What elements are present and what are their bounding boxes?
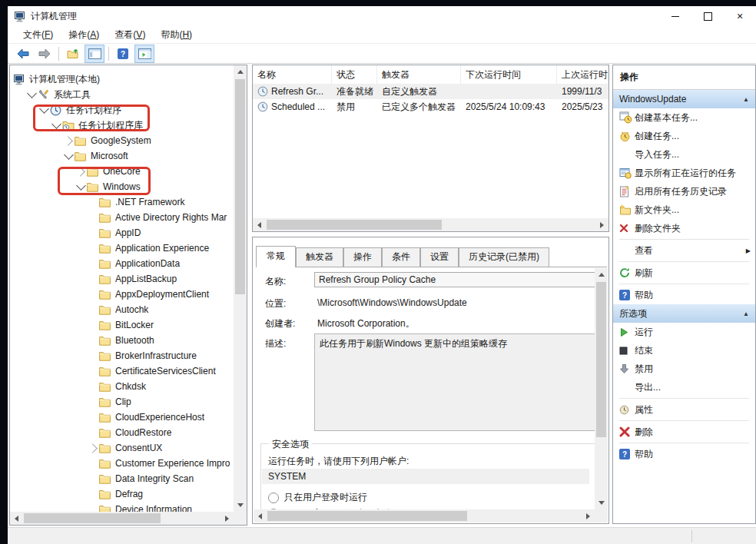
scroll-right-arrow[interactable] [595, 218, 608, 231]
action-pane-button[interactable] [134, 45, 154, 63]
close-button[interactable]: × [724, 6, 756, 26]
tree-item-windows[interactable]: Windows [10, 179, 234, 194]
tree-item-consentux[interactable]: ConsentUX [10, 440, 234, 456]
actions-section-所选项[interactable]: 所选项▲ [613, 304, 755, 323]
column-header-2[interactable]: 触发器 [377, 65, 461, 84]
export-folder-button[interactable] [63, 45, 83, 63]
tree-item-defrag[interactable]: Defrag [10, 486, 234, 502]
radio-run-when-logged-on[interactable]: 只在用户登录时运行 [268, 491, 367, 504]
scroll-left-arrow[interactable] [253, 218, 266, 231]
collapse-icon[interactable]: ▲ [743, 310, 749, 317]
menu-item-0[interactable]: 文件(F) [15, 26, 61, 44]
action-帮助[interactable]: ?帮助 [613, 445, 755, 463]
tree-item-device-information[interactable]: Device Information [10, 502, 234, 512]
column-header-1[interactable]: 状态 [332, 65, 377, 84]
scrollbar-thumb[interactable] [235, 79, 245, 294]
action-导出[interactable]: 导出... [613, 378, 755, 396]
menu-item-1[interactable]: 操作(A) [61, 26, 107, 44]
tree-item-系统工具[interactable]: 系统工具 [10, 87, 234, 102]
action-新文件夹[interactable]: 新文件夹... [613, 201, 755, 219]
tree-vertical-scrollbar[interactable] [234, 65, 247, 512]
scroll-right-arrow[interactable] [220, 512, 234, 525]
tree-item-clip[interactable]: Clip [10, 394, 234, 410]
tree-item-customer-experience-impro[interactable]: Customer Experience Impro [10, 456, 234, 471]
chevron-right-icon[interactable] [62, 138, 75, 144]
column-header-0[interactable]: 名称 [253, 65, 332, 84]
minimize-button[interactable] [659, 6, 691, 26]
collapse-icon[interactable]: ▲ [743, 96, 749, 103]
tree-item-bitlocker[interactable]: BitLocker [10, 317, 234, 333]
column-header-4[interactable]: 上次运行时间 [557, 65, 608, 84]
action-查看[interactable]: 查看▶ [613, 241, 755, 260]
tree-item-certificateservicesclient[interactable]: CertificateServicesClient [10, 363, 234, 379]
tree-item-chkdsk[interactable]: Chkdsk [10, 379, 234, 394]
details-horizontal-scrollbar[interactable] [254, 509, 595, 522]
column-header-3[interactable]: 下次运行时间 [461, 65, 557, 84]
menu-item-2[interactable]: 查看(V) [107, 26, 153, 44]
action-显示所有正在运行的任务[interactable]: 显示所有正在运行的任务 [613, 164, 755, 182]
action-创建任务[interactable]: 创建任务... [613, 127, 755, 145]
scroll-up-arrow[interactable] [234, 65, 247, 78]
tree-item-autochk[interactable]: Autochk [10, 302, 234, 317]
action-删除[interactable]: 删除 [613, 423, 755, 441]
chevron-down-icon[interactable] [25, 93, 38, 97]
tree-item-任务计划程序库[interactable]: 任务计划程序库 [10, 118, 234, 133]
tree-item-microsoft[interactable]: Microsoft [10, 148, 234, 164]
console-tree-button[interactable] [85, 45, 104, 63]
action-导入任务[interactable]: 导入任务... [613, 145, 755, 164]
tree-item-任务计划程序[interactable]: 任务计划程序 [10, 102, 234, 118]
scrollbar-thumb[interactable] [267, 220, 442, 230]
tree-item-applicationdata[interactable]: ApplicationData [10, 256, 234, 271]
task-description-field[interactable]: 此任务用于刷新Windows 更新中的组策略缓存 [314, 333, 595, 431]
tree-item-data-integrity-scan[interactable]: Data Integrity Scan [10, 471, 234, 486]
tree-item-appxdeploymentclient[interactable]: AppxDeploymentClient [10, 287, 234, 302]
chevron-down-icon[interactable] [50, 124, 62, 128]
tree-item-计算机管理-本地[interactable]: 计算机管理(本地) [10, 71, 234, 87]
scroll-left-arrow[interactable] [10, 512, 23, 525]
chevron-down-icon[interactable] [62, 154, 75, 158]
tab-触发器[interactable]: 触发器 [296, 247, 343, 267]
list-horizontal-scrollbar[interactable] [253, 218, 608, 231]
maximize-button[interactable] [691, 6, 724, 26]
chevron-down-icon[interactable] [75, 185, 87, 189]
action-创建基本任务[interactable]: 创建基本任务... [613, 108, 755, 127]
help-button[interactable]: ? [113, 45, 133, 63]
tab-历史记录-已禁用[interactable]: 历史记录(已禁用) [459, 247, 549, 267]
task-name-field[interactable]: Refresh Group Policy Cache [314, 272, 595, 287]
action-禁用[interactable]: 禁用 [613, 360, 755, 378]
back-button[interactable] [13, 45, 33, 63]
chevron-down-icon[interactable] [38, 108, 50, 112]
scroll-right-arrow[interactable] [582, 509, 595, 522]
tree-item-cloudrestore[interactable]: CloudRestore [10, 425, 234, 440]
chevron-right-icon[interactable] [75, 168, 87, 175]
tab-条件[interactable]: 条件 [382, 247, 420, 267]
scroll-down-arrow[interactable] [595, 496, 608, 509]
action-刷新[interactable]: 刷新 [613, 264, 755, 282]
tree-item-application-experience[interactable]: Application Experience [10, 240, 234, 256]
scrollbar-thumb[interactable] [24, 513, 161, 523]
task-row-refresh-gr[interactable]: Refresh Gr...准备就绪自定义触发器1999/11/3 [253, 84, 608, 99]
forward-button[interactable] [35, 45, 55, 63]
tree-item-cloudexperiencehost[interactable]: CloudExperienceHost [10, 410, 234, 425]
action-运行[interactable]: 运行 [613, 323, 755, 341]
action-启用所有任务历史记录[interactable]: 启用所有任务历史记录 [613, 182, 755, 201]
scroll-up-arrow[interactable] [595, 268, 608, 281]
tree-item-applistbackup[interactable]: AppListBackup [10, 271, 234, 287]
menu-item-3[interactable]: 帮助(H) [153, 26, 200, 44]
tab-设置[interactable]: 设置 [420, 247, 459, 267]
tree-item-appid[interactable]: AppID [10, 225, 234, 240]
actions-section-windowsupdate[interactable]: WindowsUpdate▲ [613, 90, 755, 108]
task-row-scheduled[interactable]: Scheduled ...禁用已定义多个触发器2025/5/24 10:09:4… [253, 99, 608, 114]
tree-item-bluetooth[interactable]: Bluetooth [10, 333, 234, 348]
tree-item-onecore[interactable]: OneCore [10, 164, 234, 179]
action-结束[interactable]: 结束 [613, 341, 755, 360]
scrollbar-thumb[interactable] [596, 282, 606, 437]
scroll-down-arrow[interactable] [234, 499, 247, 512]
scrollbar-thumb[interactable] [267, 511, 467, 521]
action-帮助[interactable]: ?帮助 [613, 286, 755, 304]
tree-horizontal-scrollbar[interactable] [10, 512, 234, 525]
action-删除文件夹[interactable]: 删除文件夹 [613, 219, 755, 237]
tab-操作[interactable]: 操作 [343, 247, 382, 267]
tree-item-brokerinfrastructure[interactable]: BrokerInfrastructure [10, 348, 234, 363]
chevron-right-icon[interactable] [87, 445, 99, 452]
